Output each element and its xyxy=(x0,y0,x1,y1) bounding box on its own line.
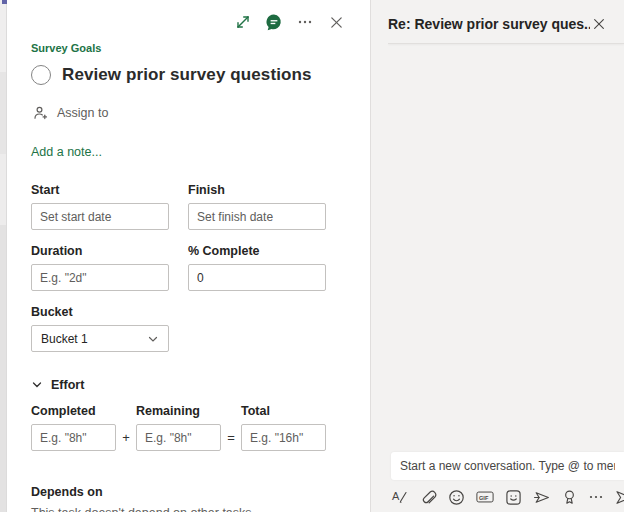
new-conversation-input[interactable] xyxy=(391,452,624,480)
effort-completed-input[interactable] xyxy=(31,424,116,451)
bucket-label: Bucket xyxy=(31,305,346,319)
gif-icon[interactable]: GIF xyxy=(476,488,494,506)
duration-label: Duration xyxy=(31,244,169,258)
task-title-row: Review prior survey questions xyxy=(31,65,370,85)
task-fields-form: Start Finish Duration % Complete Bucket … xyxy=(7,159,370,512)
svg-text:GIF: GIF xyxy=(479,495,489,501)
compose-area: A G xyxy=(371,452,624,512)
depends-on-label: Depends on xyxy=(31,485,346,499)
conversation-header: Re: Review prior survey ques... xyxy=(371,0,624,43)
equals-operator: = xyxy=(221,430,241,445)
attach-icon[interactable] xyxy=(420,488,437,506)
task-panel-toolbar xyxy=(7,0,370,31)
plan-category-label[interactable]: Survey Goals xyxy=(31,42,370,54)
remaining-label: Remaining xyxy=(136,404,221,418)
chat-bubble-icon[interactable] xyxy=(265,13,283,31)
effort-section-label: Effort xyxy=(51,378,84,392)
percent-complete-label: % Complete xyxy=(188,244,326,258)
completed-label: Completed xyxy=(31,404,116,418)
more-icon[interactable] xyxy=(588,488,604,506)
conversation-panel: Re: Review prior survey ques... A xyxy=(370,0,624,512)
expand-icon[interactable] xyxy=(234,13,252,31)
effort-section-toggle[interactable]: Effort xyxy=(31,378,346,392)
send-icon[interactable] xyxy=(615,488,624,506)
duration-input[interactable] xyxy=(31,264,169,291)
assign-to-label: Assign to xyxy=(57,106,108,120)
start-date-input[interactable] xyxy=(31,203,169,230)
bucket-selected-value: Bucket 1 xyxy=(41,332,88,346)
close-icon[interactable] xyxy=(590,15,608,33)
more-icon[interactable] xyxy=(296,13,314,31)
effort-remaining-input[interactable] xyxy=(136,424,221,451)
sticker-icon[interactable] xyxy=(505,488,522,506)
emoji-icon[interactable] xyxy=(448,488,465,506)
task-title[interactable]: Review prior survey questions xyxy=(62,65,311,85)
bucket-select[interactable]: Bucket 1 xyxy=(31,325,169,352)
percent-complete-input[interactable] xyxy=(188,264,326,291)
format-icon[interactable]: A xyxy=(391,488,409,506)
depends-on-text: This task doesn't depend on other tasks xyxy=(31,506,346,512)
effort-total-input[interactable] xyxy=(241,424,326,451)
close-icon[interactable] xyxy=(327,13,345,31)
complete-task-circle[interactable] xyxy=(31,65,51,85)
svg-text:A: A xyxy=(392,490,400,502)
finish-label: Finish xyxy=(188,183,326,197)
praise-icon[interactable] xyxy=(562,488,577,506)
person-add-icon xyxy=(33,105,49,121)
plus-operator: + xyxy=(116,430,136,445)
chevron-down-icon xyxy=(31,379,43,391)
stream-icon[interactable] xyxy=(533,488,551,506)
compose-toolbar: A G xyxy=(391,488,624,506)
chevron-down-icon xyxy=(147,333,159,345)
add-note-link[interactable]: Add a note... xyxy=(31,145,370,159)
total-label: Total xyxy=(241,404,326,418)
conversation-messages-area xyxy=(371,44,624,452)
assign-to-button[interactable]: Assign to xyxy=(33,105,370,121)
background-app-strip xyxy=(0,0,7,512)
conversation-title: Re: Review prior survey ques... xyxy=(388,16,590,32)
effort-fields: Completed Remaining Total + = xyxy=(31,404,346,451)
start-label: Start xyxy=(31,183,169,197)
finish-date-input[interactable] xyxy=(188,203,326,230)
task-detail-panel: Survey Goals Review prior survey questio… xyxy=(7,0,370,512)
